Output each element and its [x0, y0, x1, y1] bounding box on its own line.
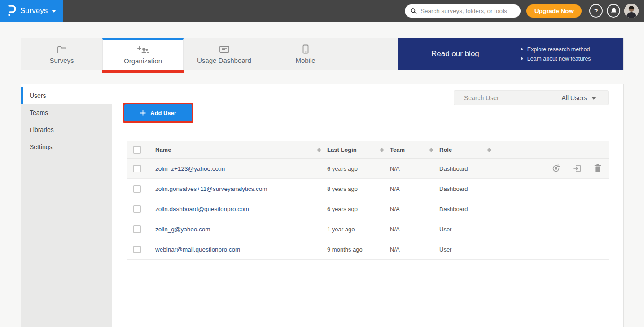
team-cell: N/A [390, 165, 400, 172]
team-cell: N/A [390, 246, 400, 253]
delete-icon[interactable] [594, 164, 602, 173]
sort-icon[interactable] [487, 148, 491, 152]
plus-icon [140, 110, 146, 116]
table-row: zolin_z+123@yahoo.co.in 6 years ago N/A … [127, 159, 609, 179]
add-user-button[interactable]: Add User [124, 104, 192, 121]
last-login-cell: 6 years ago [327, 206, 358, 212]
user-name-link[interactable]: zolin.dashboard@questionpro.com [155, 206, 249, 212]
column-header-last-login: Last Login [327, 146, 357, 153]
tab-label: Usage Dashboard [197, 57, 251, 64]
read-our-blog-banner[interactable]: Read our blog Explore research method Le… [398, 38, 623, 70]
column-header-role: Role [439, 146, 452, 153]
blog-bullet: Learn about new features [521, 56, 591, 62]
sidebar-item-label: Libraries [30, 126, 54, 133]
topbar: Surveys Upgrade Now ? [0, 0, 644, 22]
last-login-cell: 9 months ago [327, 246, 363, 253]
last-login-cell: 1 year ago [327, 226, 355, 233]
user-filter-dropdown[interactable]: All Users [549, 91, 608, 105]
tab-label: Surveys [49, 57, 74, 64]
tab-label: Mobile [295, 57, 315, 64]
organization-sidebar: Users Teams Libraries Settings [21, 84, 112, 327]
topbar-right: Upgrade Now ? [405, 4, 644, 18]
product-switcher-label: Surveys [20, 6, 48, 15]
app-logo-menu[interactable]: Surveys [0, 0, 63, 22]
avatar-photo [624, 4, 639, 18]
help-button[interactable]: ? [589, 4, 603, 18]
tab-surveys[interactable]: Surveys [21, 38, 102, 70]
select-all-checkbox[interactable] [133, 146, 141, 154]
blog-banner-title: Read our blog [431, 49, 479, 58]
organization-panel: Users Teams Libraries Settings Add User [21, 84, 624, 327]
sidebar-filler [21, 155, 112, 327]
users-content: Add User All Users Na [112, 84, 623, 327]
table-row: zolin.gonsalves+11@surveyanalytics.com 8… [127, 179, 609, 199]
question-mark-icon: ? [594, 7, 598, 15]
row-checkbox[interactable] [133, 165, 141, 172]
annotation-red-box: Add User [123, 103, 193, 123]
global-search-input[interactable] [421, 8, 515, 14]
reset-password-icon[interactable] [552, 164, 561, 173]
sidebar-item-users[interactable]: Users [21, 87, 112, 104]
users-table: Name Last Login Team Role [127, 141, 609, 260]
mobile-icon [302, 44, 309, 54]
team-cell: N/A [390, 226, 400, 233]
search-user-box[interactable] [454, 91, 549, 105]
blog-bullet-list: Explore research method Learn about new … [521, 46, 591, 62]
sort-icon[interactable] [429, 148, 433, 152]
team-cell: N/A [390, 206, 400, 212]
user-name-link[interactable]: zolin_g@yahoo.com [155, 226, 210, 233]
row-checkbox[interactable] [133, 205, 141, 213]
column-header-name: Name [155, 146, 171, 153]
table-row: webinar@mail.questionpro.com 9 months ag… [127, 239, 609, 260]
user-avatar[interactable] [624, 4, 639, 18]
upgrade-now-button[interactable]: Upgrade Now [526, 4, 582, 18]
last-login-cell: 6 years ago [327, 165, 358, 172]
module-tabstrip: Surveys Organization Usage Dashboard [21, 38, 624, 70]
blog-bullet: Explore research method [521, 46, 591, 53]
role-cell: Dashboard [439, 186, 468, 192]
sidebar-item-libraries[interactable]: Libraries [21, 121, 112, 138]
annotation-red-underline [102, 70, 184, 73]
user-filter-value: All Users [561, 94, 587, 102]
table-row: zolin_g@yahoo.com 1 year ago N/A User [127, 219, 609, 239]
role-cell: Dashboard [439, 165, 468, 172]
chevron-down-icon [591, 97, 596, 100]
role-cell: User [439, 246, 451, 253]
column-header-team: Team [390, 146, 405, 153]
sidebar-item-settings[interactable]: Settings [21, 138, 112, 155]
team-cell: N/A [390, 186, 400, 192]
tab-organization[interactable]: Organization [102, 38, 184, 70]
sidebar-item-label: Teams [30, 109, 48, 116]
sidebar-item-label: Users [30, 92, 46, 99]
global-search[interactable] [405, 4, 521, 18]
folder-icon [57, 44, 67, 54]
add-user-label: Add User [150, 110, 176, 116]
questionpro-logo-icon [7, 5, 16, 17]
search-user-input[interactable] [464, 94, 545, 102]
row-checkbox[interactable] [133, 246, 141, 253]
role-cell: User [439, 226, 451, 233]
row-checkbox[interactable] [133, 185, 141, 193]
sort-icon[interactable] [380, 148, 384, 152]
user-name-link[interactable]: zolin.gonsalves+11@surveyanalytics.com [155, 186, 267, 192]
user-name-link[interactable]: webinar@mail.questionpro.com [155, 246, 240, 253]
row-checkbox[interactable] [133, 225, 141, 233]
sidebar-item-label: Settings [30, 143, 53, 150]
person-add-icon [137, 44, 149, 54]
role-cell: Dashboard [439, 206, 468, 212]
chevron-down-icon [52, 10, 56, 13]
dashboard-icon [219, 44, 230, 54]
last-login-cell: 8 years ago [327, 186, 358, 192]
table-header-row: Name Last Login Team Role [127, 141, 609, 159]
user-name-link[interactable]: zolin_z+123@yahoo.co.in [155, 165, 225, 172]
notifications-button[interactable] [607, 4, 620, 18]
sort-icon[interactable] [317, 148, 321, 152]
bell-icon [610, 7, 617, 14]
login-as-user-icon[interactable] [573, 164, 582, 173]
table-row: zolin.dashboard@questionpro.com 6 years … [127, 199, 609, 219]
tab-mobile[interactable]: Mobile [265, 38, 346, 70]
tab-usage-dashboard[interactable]: Usage Dashboard [184, 38, 265, 70]
sidebar-item-teams[interactable]: Teams [21, 104, 112, 121]
tab-label: Organization [124, 57, 162, 65]
search-icon [410, 8, 417, 14]
